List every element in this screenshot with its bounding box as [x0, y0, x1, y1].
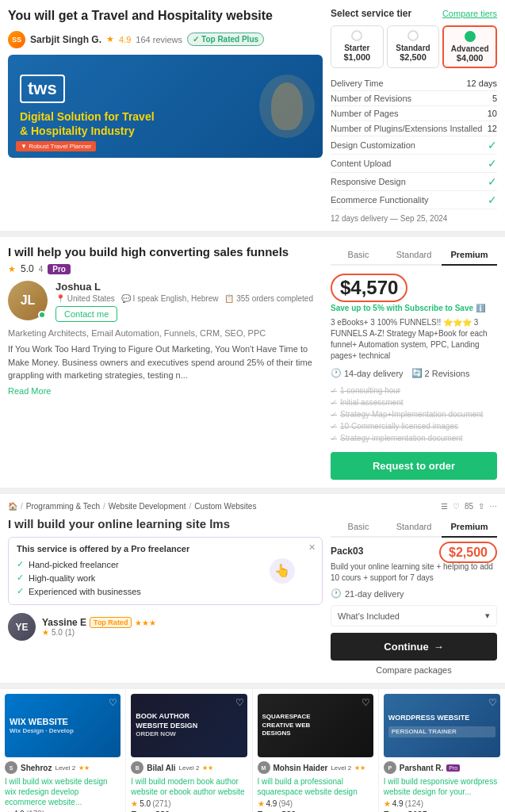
- tier-standard[interactable]: Standard $2,500: [387, 25, 440, 68]
- section1-title: You will get a Travel and Hospitality we…: [8, 8, 323, 25]
- notice-illustration: 👆: [266, 555, 298, 587]
- price-row: $4,570: [331, 274, 497, 302]
- heart-icon[interactable]: ♡: [362, 697, 370, 708]
- top-rated-badge: Top Rated Plus: [187, 33, 264, 46]
- section2-right: Basic Standard Premium $4,570 Save up to…: [331, 245, 497, 480]
- s3-pkg-desc: Build your online learning site + helpin…: [331, 561, 497, 584]
- s3-tab-basic[interactable]: Basic: [331, 517, 386, 536]
- seller-card: JL Joshua L 📍 United States 💬 I speak En…: [8, 281, 323, 322]
- price-display: $4,570: [340, 277, 398, 298]
- pro-badge: Pro: [48, 264, 71, 274]
- tier-circle-active: [465, 31, 476, 42]
- compare-tiers-link[interactable]: Compare tiers: [442, 9, 497, 18]
- s3-delivery: 🕐 21-day delivery: [331, 588, 497, 599]
- tier-circle: [351, 30, 362, 41]
- whats-included[interactable]: What's Included ▾: [331, 605, 497, 626]
- tab-premium[interactable]: Premium: [442, 245, 497, 266]
- contact-button[interactable]: Contact me: [55, 306, 117, 322]
- gig-thumb-sq: SQUARESPACE CREATIVE WEB DESIGNS ♡: [258, 694, 373, 757]
- seller-name2: Joshua L: [55, 281, 323, 293]
- delivery-days: 🕐 14-day delivery: [331, 368, 404, 378]
- tier-tabs: Basic Standard Premium: [331, 245, 497, 266]
- gig-tagline: Digital Solution for Travel & Hospitalit…: [20, 109, 155, 138]
- check-ecommerce: ✓: [488, 193, 497, 206]
- gig-logo: tws: [20, 75, 65, 103]
- service-tier-title: Select service tier: [331, 8, 411, 19]
- languages: 💬 I speak English, Hebrew: [121, 294, 219, 303]
- feature-4: 10 Commercially licensed images: [331, 420, 497, 432]
- feature-ecommerce: Ecommerce Functionality ✓: [331, 191, 497, 209]
- tier-options: Starter $1,000 Standard $2,500 Advanced …: [331, 25, 497, 68]
- gig-thumb-wp: WORDPRESS WEBSITE PERSONAL TRAINER ♡: [384, 694, 500, 757]
- robust-planner-tag: ▼ Robust Travel Planner: [16, 141, 96, 151]
- section3-icons: ☰ ♡ 85 ⇧ ⋯: [441, 502, 497, 511]
- section2-title: I will help you build high converting sa…: [8, 245, 323, 259]
- seller-name: Sarbjit Singh G.: [30, 34, 101, 45]
- gig-card-book[interactable]: BOOK AUTHOR WEBSITE DESIGN ORDER NOW ♡ B…: [126, 689, 252, 812]
- request-order-button[interactable]: Request to order: [331, 452, 497, 480]
- feature-design: Design Customization ✓: [331, 136, 497, 155]
- chevron-down-icon: ▾: [485, 611, 490, 621]
- seller-desc: If You Work Too Hard Trying to Figure Ou…: [8, 343, 323, 382]
- gig-grid-row1: WIX WEBSITE Wix Design · Develop ♡ S She…: [0, 689, 505, 812]
- seller-avatar3: YE: [8, 613, 36, 641]
- section3-left: I will build your online learning site l…: [8, 517, 331, 641]
- check-responsive: ✓: [488, 175, 497, 188]
- feature-pages: Number of Pages 10: [331, 106, 497, 121]
- online-dot: [38, 311, 46, 319]
- s3-tab-standard[interactable]: Standard: [386, 517, 442, 536]
- orders: 📋 355 orders completed: [224, 294, 313, 303]
- feature-1: 1 consulting hour: [331, 385, 497, 396]
- heart-icon[interactable]: ♡: [109, 697, 117, 708]
- top-rated-badge3: Top Rated: [90, 617, 132, 628]
- seller-info: SS Sarbjit Singh G. ★ 4.9 164 reviews To…: [8, 31, 323, 48]
- delivery-info: 🕐 14-day delivery 🔄 2 Revisions: [331, 368, 497, 378]
- tier-circle: [407, 30, 419, 41]
- tier-advanced[interactable]: Advanced $4,000: [442, 25, 497, 68]
- delivery-note: 12 days delivery — Sep 25, 2024: [331, 214, 497, 223]
- section-learning: 🏠 / Programming & Tech / Website Develop…: [0, 494, 505, 689]
- pkg-desc: 3 eBooks+ 3 100% FUNNELS!! ⭐⭐⭐ 3 FUNNELS…: [331, 317, 497, 362]
- tab-basic[interactable]: Basic: [331, 245, 386, 264]
- gig-card-sq[interactable]: SQUARESPACE CREATIVE WEB DESIGNS ♡ M Moh…: [253, 689, 379, 812]
- page-wrapper: You will get a Travel and Hospitality we…: [0, 0, 505, 812]
- gig-card-wix[interactable]: WIX WEBSITE Wix Design · Develop ♡ S She…: [0, 689, 126, 812]
- section1-right: Select service tier Compare tiers Starte…: [331, 8, 497, 223]
- tab-standard[interactable]: Standard: [386, 245, 442, 264]
- section3-seller: YE Yassine E Top Rated ★★★ ★ 5.0 (1): [8, 613, 323, 641]
- close-icon[interactable]: ✕: [308, 542, 316, 553]
- feature-content: Content Upload ✓: [331, 155, 497, 173]
- location: 📍 United States: [55, 294, 115, 303]
- gig-card-wp[interactable]: WORDPRESS WEBSITE PERSONAL TRAINER ♡ P P…: [379, 689, 505, 812]
- heart-icon[interactable]: ♡: [235, 697, 244, 708]
- section1-left: You will get a Travel and Hospitality we…: [8, 8, 331, 163]
- feature-revisions: Number of Revisions 5: [331, 91, 497, 106]
- seller-avatar2: JL: [8, 281, 48, 320]
- check-content: ✓: [488, 157, 497, 170]
- tier-starter[interactable]: Starter $1,000: [331, 25, 384, 68]
- compare-packages-link[interactable]: Compare packages: [331, 665, 497, 675]
- card1-avatar: S: [5, 761, 17, 774]
- svg-text:👆: 👆: [274, 563, 290, 578]
- gig-thumb-wix: WIX WEBSITE Wix Design · Develop ♡: [5, 694, 121, 757]
- read-more-link[interactable]: Read More: [8, 386, 51, 396]
- section3-title: I will build your online learning site l…: [8, 517, 323, 530]
- pro-notice-title: This service is offered by a Pro freelan…: [17, 544, 314, 553]
- feature-delivery: Delivery Time 12 days: [331, 76, 497, 91]
- heart-icon[interactable]: ♡: [488, 697, 497, 708]
- count-display: 85: [465, 502, 473, 511]
- pkg-name: Pack03: [331, 546, 363, 557]
- section2-meta: ★ 5.0 4 Pro: [8, 263, 323, 274]
- pro-notice: This service is offered by a Pro freelan…: [8, 537, 323, 605]
- arrow-right-icon: →: [434, 641, 444, 653]
- seller-rating: 4.9: [119, 35, 131, 44]
- reviews-count: 164 reviews: [136, 35, 182, 44]
- section-sales-funnels: I will help you build high converting sa…: [0, 237, 505, 494]
- gig-image: tws Digital Solution for Travel & Hospit…: [8, 55, 323, 158]
- s3-tier-tabs: Basic Standard Premium: [331, 517, 497, 538]
- save-text: Save up to 5% with Subscribe to Save ℹ️: [331, 304, 497, 312]
- continue-button[interactable]: Continue →: [331, 633, 497, 661]
- seller-tags: Marketing Architects, Email Automation, …: [8, 328, 323, 338]
- s3-tab-premium[interactable]: Premium: [442, 517, 497, 538]
- check-design: ✓: [488, 139, 497, 151]
